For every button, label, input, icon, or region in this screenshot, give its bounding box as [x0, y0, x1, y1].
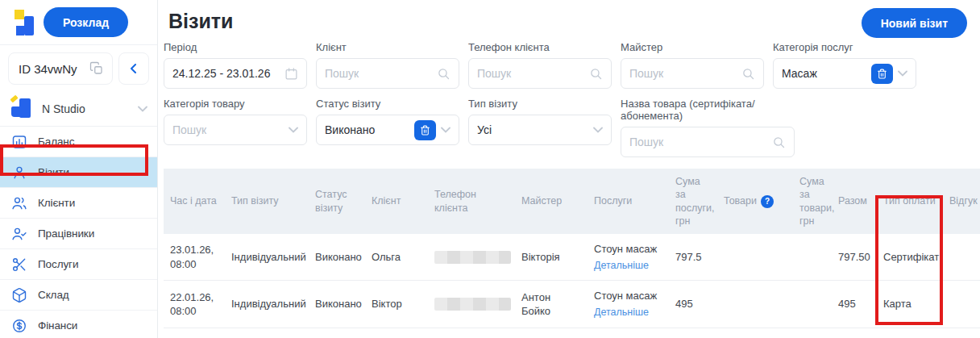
master-search-input[interactable] [629, 67, 737, 80]
main-content: Візити Новий візит Період 24.12.25 - 23.… [159, 0, 980, 338]
details-link[interactable]: Детальніше [594, 306, 649, 319]
search-icon [772, 136, 786, 149]
people-icon [11, 195, 27, 211]
table-header-row: Час і дата Тип візиту Статус візиту Кліє… [164, 169, 980, 234]
cell-products [717, 281, 793, 328]
product-name-input[interactable] [629, 136, 767, 148]
cell-phone [428, 234, 515, 281]
schedule-button[interactable]: Розклад [44, 7, 128, 37]
cell-visit-type: Індивідуальний [225, 281, 309, 328]
sidebar-item-label: Послуги [38, 258, 78, 270]
account-id-card: ID 34vwNy [8, 52, 113, 85]
cell-total: 797.50 [832, 234, 877, 281]
col-services: Послуги [588, 169, 669, 234]
filter-label: Категорія послуг [773, 41, 916, 53]
filters: Період 24.12.25 - 23.01.26 Клієнт [164, 41, 980, 157]
service-name: Стоун масаж [594, 289, 662, 303]
col-master: Майстер [515, 169, 588, 234]
sidebar-collapse-button[interactable] [118, 52, 149, 85]
filter-label: Період [164, 41, 307, 53]
sidebar-item-label: Візити [38, 166, 69, 178]
clear-visit-status-button[interactable] [414, 120, 436, 140]
client-search-input-wrap [316, 58, 459, 89]
sidebar-item-clients[interactable]: Клієнти [0, 188, 157, 219]
cell-services-sum: 1400 [669, 328, 717, 338]
product-category-placeholder: Пошук [172, 123, 284, 136]
filter-period: Період 24.12.25 - 23.01.26 [164, 41, 307, 89]
help-icon[interactable]: ? [761, 195, 774, 208]
cell-review [943, 281, 980, 328]
search-icon [589, 67, 603, 81]
table-row[interactable]: 21.01.26, 11:00 Індивідуальний Виконано … [164, 328, 980, 338]
filter-product-name: Назва товара (сертифіката/абонемента) [621, 98, 795, 157]
cell-products [717, 234, 793, 281]
sidebar-item-services[interactable]: Послуги [0, 249, 157, 280]
dollar-coin-icon [11, 318, 27, 334]
table-row[interactable]: 22.01.26, 08:00 Індивідуальний Виконано … [164, 281, 980, 328]
cell-total: 1400 [832, 328, 877, 338]
visit-type-select[interactable]: Усі [468, 115, 612, 145]
sidebar-item-staff[interactable]: Працівники [0, 219, 157, 249]
cell-payment-type: Сертифікат [877, 234, 943, 281]
sidebar-item-finance[interactable]: Фінанси [0, 311, 157, 338]
filter-label: Тип візиту [468, 98, 612, 110]
filter-label: Категорія товару [164, 98, 307, 110]
table-row[interactable]: 23.01.26, 08:00 Індивідуальний Виконано … [164, 234, 980, 281]
scissors-icon [11, 257, 27, 273]
filter-label: Телефон клієнта [468, 41, 612, 53]
chevron-down-icon [441, 127, 451, 133]
sidebar-item-label: Клієнти [38, 197, 75, 209]
filter-product-category: Категорія товару Пошук [164, 98, 307, 157]
filter-master: Майстер [621, 41, 764, 89]
period-input[interactable]: 24.12.25 - 23.01.26 [164, 58, 307, 89]
sidebar-item-warehouse[interactable]: Склад [0, 280, 157, 311]
cell-status: Виконано [309, 328, 365, 338]
cell-services-sum: 797.5 [669, 234, 717, 281]
client-phone-input[interactable] [477, 67, 584, 80]
details-link[interactable]: Детальніше [594, 259, 649, 273]
cell-products-sum [793, 281, 832, 328]
col-review: Відгук [943, 169, 980, 234]
sidebar-item-visits[interactable]: Візити [0, 157, 157, 188]
col-status: Статус візиту [309, 169, 365, 234]
col-products-sum: Сума за товари, грн [793, 169, 832, 234]
client-phone-input-wrap [468, 58, 612, 89]
filter-client: Клієнт [316, 41, 459, 89]
account-id: ID 34vwNy [19, 62, 77, 76]
filter-label: Клієнт [316, 41, 459, 53]
cell-products-sum [793, 328, 832, 338]
sidebar-item-label: Склад [38, 289, 69, 301]
visits-table: Час і дата Тип візиту Статус візиту Кліє… [164, 169, 980, 338]
chevron-left-icon [129, 64, 139, 73]
cell-phone [428, 328, 515, 338]
cell-services: Стоун масаж Детальніше [588, 234, 669, 281]
col-client: Клієнт [365, 169, 428, 234]
clear-service-category-button[interactable] [871, 64, 893, 84]
new-visit-button[interactable]: Новий візит [862, 8, 967, 38]
copy-icon[interactable] [89, 61, 104, 76]
cell-client: Ольга [365, 234, 428, 281]
redacted-phone [434, 298, 511, 311]
cell-datetime: 23.01.26, 08:00 [164, 234, 225, 281]
service-category-value: Масаж [782, 67, 866, 80]
cell-status: Виконано [309, 234, 365, 281]
sidebar-item-label: Фінанси [38, 319, 77, 332]
product-category-select[interactable]: Пошук [164, 115, 307, 145]
cell-master: Вікторія [515, 234, 588, 281]
cell-master: Артем Новіков [515, 328, 588, 338]
col-total: Разом [832, 169, 877, 234]
sidebar-item-balance[interactable]: Баланс [0, 127, 157, 157]
cell-visit-type: Індивідуальний [225, 234, 309, 281]
visit-status-select[interactable]: Виконано [316, 115, 459, 145]
client-search-input[interactable] [325, 67, 432, 80]
cell-payment-type: Карта [877, 281, 943, 328]
service-category-select[interactable]: Масаж [773, 58, 916, 89]
studio-selector[interactable]: N Studio [0, 91, 157, 127]
cell-master: Антон Бойко [515, 281, 588, 328]
col-datetime: Час і дата [164, 169, 225, 234]
cell-products [717, 328, 793, 338]
visit-status-value: Виконано [325, 123, 409, 136]
sidebar-item-label: Працівники [38, 227, 94, 240]
cell-phone [428, 281, 515, 328]
page-title: Візити [168, 10, 233, 33]
